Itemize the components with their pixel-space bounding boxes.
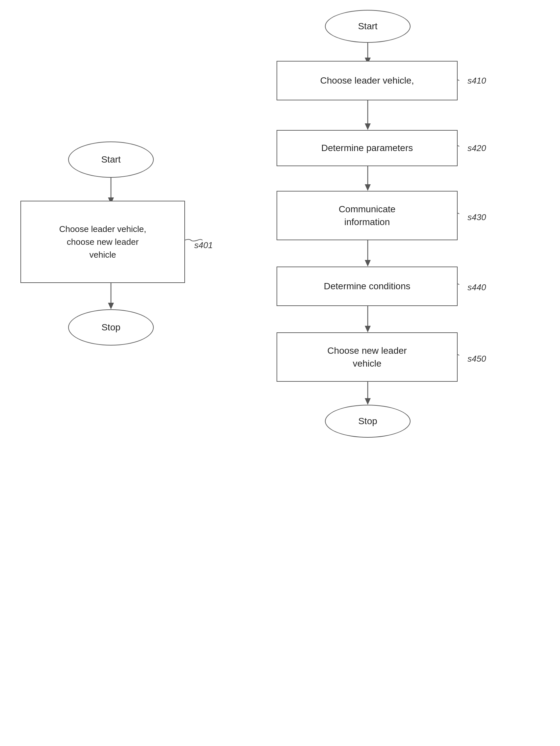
right-step5-rect: Choose new leader vehicle bbox=[277, 332, 457, 382]
right-step5-text: Choose new leader vehicle bbox=[327, 344, 407, 370]
left-stop-label: Stop bbox=[102, 322, 120, 333]
right-stop-label: Stop bbox=[358, 416, 377, 427]
right-step1-rect: Choose leader vehicle, bbox=[277, 61, 457, 101]
right-step2-id: s420 bbox=[468, 143, 486, 153]
left-step1-text: Choose leader vehicle, choose new leader… bbox=[59, 223, 146, 261]
right-step1-text: Choose leader vehicle, bbox=[320, 75, 414, 86]
right-start-oval: Start bbox=[325, 10, 411, 43]
right-step3-id: s430 bbox=[468, 212, 486, 223]
svg-marker-9 bbox=[365, 326, 371, 332]
left-step1-id: s401 bbox=[194, 240, 213, 251]
left-start-label: Start bbox=[101, 154, 120, 165]
right-stop-oval: Stop bbox=[325, 405, 411, 438]
right-step4-text: Determine conditions bbox=[324, 281, 410, 292]
right-step4-id: s440 bbox=[468, 282, 486, 292]
right-step2-rect: Determine parameters bbox=[277, 130, 457, 166]
svg-marker-15 bbox=[108, 303, 114, 309]
svg-marker-5 bbox=[365, 184, 371, 191]
left-stop-oval: Stop bbox=[68, 309, 154, 346]
right-step4-rect: Determine conditions bbox=[277, 266, 457, 306]
left-start-oval: Start bbox=[68, 142, 154, 178]
left-step1-rect: Choose leader vehicle, choose new leader… bbox=[21, 201, 185, 283]
right-start-label: Start bbox=[358, 21, 377, 32]
right-step1-id: s410 bbox=[468, 76, 486, 86]
svg-marker-3 bbox=[365, 123, 371, 130]
right-step3-rect: Communicate information bbox=[277, 191, 457, 240]
diagram-container: Start Choose leader vehicle, s410 Determ… bbox=[0, 0, 560, 746]
right-step5-id: s450 bbox=[468, 354, 486, 364]
right-step2-text: Determine parameters bbox=[321, 143, 413, 153]
svg-marker-11 bbox=[365, 398, 371, 405]
right-step3-text: Communicate information bbox=[339, 203, 396, 228]
svg-marker-7 bbox=[365, 260, 371, 266]
